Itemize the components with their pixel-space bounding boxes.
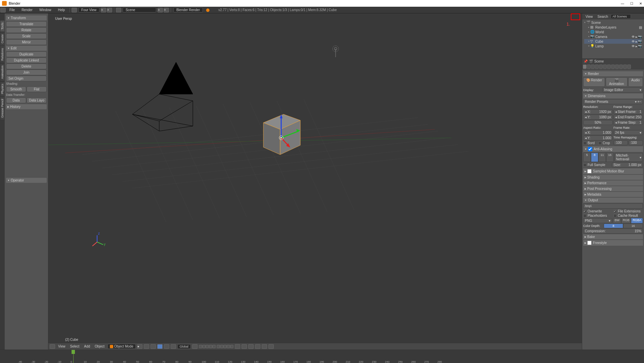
pivot-icon[interactable]	[144, 344, 149, 349]
engine-dropdown[interactable]: Blender Render	[173, 7, 203, 12]
res-y-field[interactable]: ◂ Y:1080 px	[583, 115, 613, 120]
full-sample-checkbox[interactable]: Full Sample	[583, 162, 611, 167]
color-depth-segmented[interactable]: 8 16	[604, 224, 643, 228]
smooth-button[interactable]: Smooth	[6, 86, 26, 92]
ptab-render[interactable]	[583, 65, 587, 69]
ptab-particles[interactable]	[623, 65, 627, 69]
pin-icon[interactable]: 📌	[584, 59, 588, 63]
operator-header[interactable]: Operator	[6, 178, 47, 183]
aa-size-field[interactable]: Size:1.000 px	[612, 162, 643, 167]
tab-create[interactable]: Create	[0, 32, 5, 46]
aspect-x-field[interactable]: ◂ X:1.000	[583, 130, 613, 135]
render-header[interactable]: Render	[583, 71, 643, 76]
format-dropdown[interactable]: PNG▾	[583, 218, 612, 223]
remove-scene-button[interactable]: ×	[164, 8, 169, 12]
proportional-icon[interactable]	[255, 344, 260, 349]
ptab-texture[interactable]	[619, 65, 623, 69]
ptab-constraints[interactable]	[603, 65, 607, 69]
menu-render[interactable]: Render	[18, 8, 36, 12]
menu-object[interactable]: Object	[93, 345, 106, 348]
snap-target-icon[interactable]	[248, 344, 254, 349]
tree-node-scene[interactable]: ▾🎬Scene	[584, 20, 642, 25]
render-anim-icon[interactable]	[268, 344, 274, 349]
menu-add[interactable]: Add	[82, 345, 92, 348]
placeholders-checkbox[interactable]: Placeholders	[583, 214, 613, 217]
cache-checkbox[interactable]: Cache Result	[613, 214, 643, 217]
remap-old-field[interactable]: :100	[613, 140, 628, 145]
layout-icon[interactable]	[72, 8, 77, 12]
outliner-filter-dropdown[interactable]	[611, 14, 631, 19]
menu-view[interactable]: View	[56, 345, 67, 348]
ptab-material[interactable]	[615, 65, 619, 69]
aa-header[interactable]: Anti-Aliasing	[583, 146, 643, 152]
tree-node-world[interactable]: ▸🌐World	[584, 30, 642, 34]
maximize-button[interactable]: ☐	[630, 2, 633, 5]
tab-physics[interactable]: Physics	[0, 81, 5, 96]
tree-node-camera[interactable]: ▾📷Camera👁▸📷	[584, 34, 642, 39]
layer-grid[interactable]	[199, 345, 233, 348]
delete-button[interactable]: Delete	[6, 64, 47, 69]
minimize-button[interactable]: —	[621, 2, 624, 5]
scene-icon[interactable]	[116, 8, 121, 12]
duplicate-button[interactable]: Duplicate	[6, 51, 47, 57]
ptab-renderlayers[interactable]	[587, 65, 591, 69]
editor-type-icon[interactable]	[0, 8, 6, 12]
layers-button[interactable]	[192, 344, 198, 349]
timeline-ruler[interactable]: -40-30-20-100102030405060708090100110120…	[0, 350, 644, 363]
manipulator-rotate-icon[interactable]	[164, 344, 169, 349]
aa-filter-dropdown[interactable]: Mitchell-Netravali▾	[614, 153, 643, 162]
flat-button[interactable]: Flat	[27, 86, 47, 92]
remove-layout-button[interactable]: ×	[107, 8, 112, 12]
aa-samples-segmented[interactable]: 5 8 11 16	[583, 153, 614, 162]
ptab-physics[interactable]	[627, 65, 631, 69]
bake-header[interactable]: Bake	[583, 234, 643, 239]
aspect-y-field[interactable]: ◂ Y:1.000	[583, 135, 613, 140]
join-button[interactable]: Join	[6, 70, 47, 75]
metadata-header[interactable]: Metadata	[583, 192, 643, 197]
close-button[interactable]: ✕	[639, 2, 642, 5]
orientation-dropdown[interactable]: Global	[177, 344, 191, 349]
duplicate-linked-button[interactable]: Duplicate Linked	[6, 57, 47, 63]
mode-dropdown[interactable]: Object Mode	[108, 344, 136, 349]
scale-button[interactable]: Scale	[6, 33, 47, 39]
ptab-scene[interactable]	[591, 65, 595, 69]
extensions-checkbox[interactable]: File Extensions	[613, 209, 643, 213]
crop-checkbox[interactable]: Crop	[598, 141, 613, 145]
res-pct-field[interactable]: 50%	[583, 120, 613, 125]
edit-header[interactable]: Edit	[6, 46, 47, 51]
motion-blur-header[interactable]: Sampled Motion Blur	[583, 168, 643, 174]
shading-header[interactable]: Shading	[583, 175, 643, 180]
add-scene-button[interactable]: +	[158, 8, 163, 12]
editor-type-3d-icon[interactable]	[50, 344, 55, 349]
transform-header[interactable]: Transform	[6, 15, 47, 21]
menu-select[interactable]: Select	[69, 345, 81, 348]
tab-animation[interactable]: Animation	[0, 63, 5, 81]
border-checkbox[interactable]: Bord	[583, 141, 598, 145]
color-mode-segmented[interactable]: BW RGB RGBA	[613, 218, 643, 224]
menu-help[interactable]: Help	[55, 8, 69, 12]
tree-node-cube[interactable]: ▾▽Cube👁▸📷	[584, 39, 642, 44]
ptab-world[interactable]	[595, 65, 599, 69]
timeline-cursor[interactable]	[73, 350, 74, 363]
shading-solid-icon[interactable]: ●	[137, 344, 142, 349]
ptab-object[interactable]	[599, 65, 603, 69]
ptab-data[interactable]	[611, 65, 615, 69]
set-origin-button[interactable]: Set Origin	[6, 76, 47, 81]
manipulator-scale-icon[interactable]	[171, 344, 176, 349]
output-path-field[interactable]: /tmp\	[583, 203, 643, 209]
remap-new-field[interactable]: :100	[629, 140, 643, 145]
data-layout-button[interactable]: Data Layo	[27, 97, 47, 103]
performance-header[interactable]: Performance	[583, 180, 643, 186]
frame-step-field[interactable]: ◂ Frame Step:1	[613, 120, 643, 125]
ptab-modifiers[interactable]	[607, 65, 611, 69]
render-presets-dropdown[interactable]: Render Presets▾ +−	[583, 99, 643, 104]
tree-node-lamp[interactable]: ▾💡Lamp👁▸📷	[584, 44, 642, 48]
manipulator-toggle-icon[interactable]	[151, 344, 156, 349]
scene-name[interactable]: Scene	[594, 59, 604, 63]
compression-field[interactable]: Compression:15%	[583, 229, 643, 234]
history-header[interactable]: History	[6, 104, 47, 109]
menu-window[interactable]: Window	[36, 8, 55, 12]
rotate-button[interactable]: Rotate	[6, 27, 47, 33]
overwrite-checkbox[interactable]: Overwrite	[583, 209, 613, 213]
res-x-field[interactable]: ◂ X:1920 px	[583, 109, 613, 114]
